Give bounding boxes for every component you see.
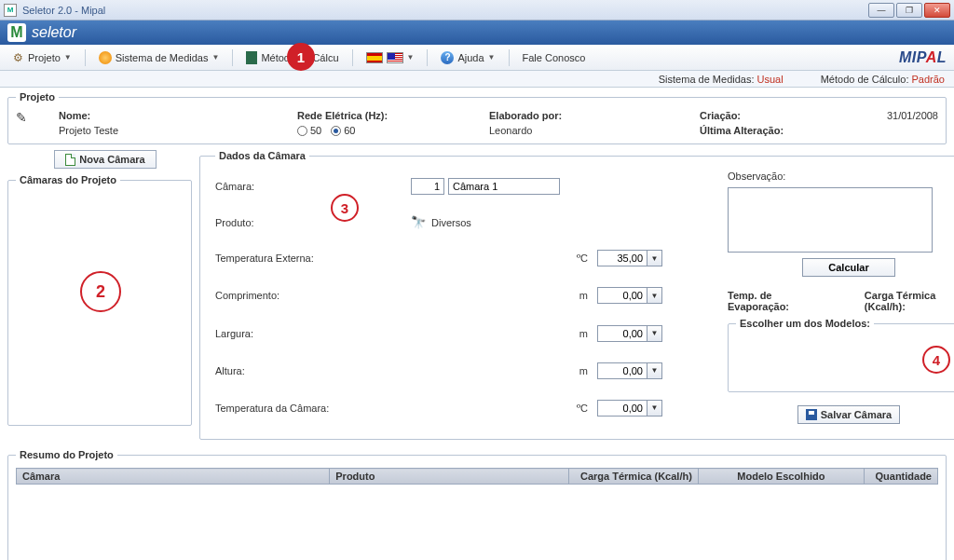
temp-externa-unit: ºC <box>411 253 588 264</box>
dados-camara-legend: Dados da Câmara <box>215 150 309 161</box>
binoculars-icon[interactable]: 🔭 <box>411 215 426 229</box>
nome-label: Nome: <box>59 110 292 121</box>
tree-icon: ⚙ <box>11 51 24 64</box>
escolher-modelo-fieldset: Escolher um dos Modelos: 4 <box>728 318 954 392</box>
camara-number-input[interactable] <box>411 178 444 195</box>
ultima-alteracao-label: Última Alteração: <box>700 125 868 136</box>
language-menu[interactable]: ▼ <box>362 50 418 65</box>
sistema-medidas-label: Sistema de Medidas: <box>659 74 755 85</box>
new-doc-icon <box>65 154 75 166</box>
chevron-down-icon: ▼ <box>407 53 415 61</box>
nova-camara-label: Nova Câmara <box>79 154 144 165</box>
fale-conosco-label: Fale Conosco <box>523 52 586 63</box>
flag-us-icon <box>387 52 403 63</box>
resumo-projeto-fieldset: Resumo do Projeto Câmara Produto Carga T… <box>7 449 947 560</box>
dropdown-button[interactable]: ▼ <box>647 287 662 304</box>
rede-eletrica-label: Rede Elétrica (Hz): <box>297 110 484 121</box>
titlebar: M Seletor 2.0 - Mipal — ❐ ✕ <box>0 0 954 20</box>
nova-camara-button[interactable]: Nova Câmara <box>54 150 157 169</box>
metodo-calculo-label: Método de Cálculo: <box>821 74 909 85</box>
comprimento-unit: m <box>411 290 588 301</box>
nome-value: Projeto Teste <box>59 125 292 136</box>
calcular-button[interactable]: Calcular <box>802 258 895 277</box>
table-row <box>17 485 938 561</box>
save-icon <box>806 409 817 420</box>
sistema-medidas-value: Usual <box>757 74 784 85</box>
temp-evaporacao-label: Temp. de Evaporação: <box>728 290 827 312</box>
annotation-1: 1 <box>287 43 315 71</box>
salvar-camara-button[interactable]: Salvar Câmara <box>797 405 900 424</box>
escolher-modelo-legend: Escolher um dos Modelos: <box>736 318 874 329</box>
resumo-legend: Resumo do Projeto <box>16 449 117 460</box>
comprimento-label: Comprimento: <box>215 290 402 301</box>
banner: M seletor <box>0 20 954 45</box>
app-icon: M <box>4 4 17 17</box>
temp-externa-label: Temperatura Externa: <box>215 253 402 264</box>
col-modelo[interactable]: Modelo Escolhido <box>698 469 864 485</box>
mipal-logo: MIPAL <box>899 49 947 66</box>
altura-input[interactable] <box>597 362 647 379</box>
altura-unit: m <box>411 365 588 376</box>
pencil-icon[interactable]: ✎ <box>16 110 53 125</box>
largura-label: Largura: <box>215 328 402 339</box>
col-produto[interactable]: Produto <box>330 469 569 485</box>
projeto-menu[interactable]: ⚙ Projeto ▼ <box>7 49 75 66</box>
flag-es-icon <box>366 52 383 63</box>
banner-title: seletor <box>32 24 76 41</box>
ajuda-menu[interactable]: ? Ajuda ▼ <box>437 49 498 66</box>
chevron-down-icon: ▼ <box>64 53 72 61</box>
maximize-button[interactable]: ❐ <box>896 3 922 18</box>
annotation-4: 4 <box>922 346 950 374</box>
temp-camara-input[interactable] <box>597 400 647 417</box>
salvar-camara-label: Salvar Câmara <box>821 409 892 420</box>
help-icon: ? <box>441 51 454 64</box>
table-header-row: Câmara Produto Carga Térmica (Kcal/h) Mo… <box>17 469 938 485</box>
radio-50[interactable]: 50 <box>297 125 321 136</box>
largura-input[interactable] <box>597 325 647 342</box>
close-button[interactable]: ✕ <box>924 3 950 18</box>
col-quantidade[interactable]: Quantidade <box>864 469 937 485</box>
radio-icon <box>331 126 341 136</box>
comprimento-input[interactable] <box>597 287 647 304</box>
calculator-icon <box>246 51 257 64</box>
observacao-textarea[interactable] <box>728 187 933 253</box>
toolbar: ⚙ Projeto ▼ Sistema de Medidas ▼ Método … <box>0 45 954 71</box>
fale-conosco-link[interactable]: Fale Conosco <box>519 50 590 65</box>
mipal-m-icon: M <box>7 23 26 42</box>
radio-60[interactable]: 60 <box>331 125 355 136</box>
radio-icon <box>297 126 307 136</box>
sistema-menu-label: Sistema de Medidas <box>116 52 209 63</box>
minimize-button[interactable]: — <box>868 3 894 18</box>
col-camara[interactable]: Câmara <box>17 469 330 485</box>
criacao-label: Criação: <box>700 110 868 121</box>
temp-camara-unit: ºC <box>411 403 588 414</box>
camara-label: Câmara: <box>215 181 402 192</box>
dropdown-button[interactable]: ▼ <box>647 325 662 342</box>
annotation-2: 2 <box>80 271 121 312</box>
produto-label: Produto: <box>215 217 402 228</box>
dropdown-button[interactable]: ▼ <box>647 250 662 266</box>
observacao-label: Observação: <box>728 171 954 182</box>
metodo-calculo-value: Padrão <box>912 74 945 85</box>
dados-camara-fieldset: Dados da Câmara Câmara: Observação: Calc… <box>199 150 954 440</box>
elaborado-por-label: Elaborado por: <box>489 110 694 121</box>
sistema-medidas-menu[interactable]: Sistema de Medidas ▼ <box>95 49 224 66</box>
status-bar: Sistema de Medidas: Usual Método de Cálc… <box>0 71 954 88</box>
projeto-menu-label: Projeto <box>28 52 61 63</box>
projeto-fieldset: Projeto ✎ Nome: Projeto Teste Rede Elétr… <box>7 91 947 144</box>
carga-termica-label: Carga Térmica (Kcal/h): <box>865 290 954 312</box>
chevron-down-icon: ▼ <box>488 53 496 61</box>
resumo-table: Câmara Produto Carga Térmica (Kcal/h) Mo… <box>16 468 938 560</box>
camaras-projeto-legend: Câmaras do Projeto <box>16 174 120 185</box>
chevron-down-icon: ▼ <box>211 53 219 61</box>
camara-name-input[interactable] <box>448 178 560 195</box>
temp-camara-label: Temperatura da Câmara: <box>215 403 402 414</box>
dropdown-button[interactable]: ▼ <box>647 400 662 417</box>
elaborado-por-value: Leonardo <box>489 125 694 136</box>
dropdown-button[interactable]: ▼ <box>647 362 662 379</box>
altura-label: Altura: <box>215 365 402 376</box>
projeto-legend: Projeto <box>16 91 59 102</box>
col-carga[interactable]: Carga Térmica (Kcal/h) <box>569 469 698 485</box>
temp-externa-input[interactable] <box>597 250 647 266</box>
annotation-3: 3 <box>331 194 359 222</box>
